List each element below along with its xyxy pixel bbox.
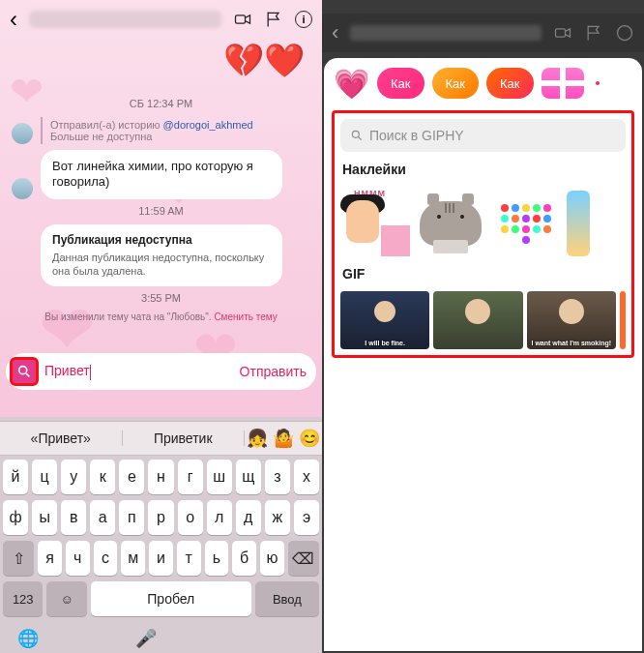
- stickers-heading: Наклейки: [342, 162, 626, 177]
- key-г[interactable]: г: [178, 460, 203, 494]
- red-heart-icon: ❤️: [264, 41, 305, 79]
- video-call-icon[interactable]: [233, 10, 252, 29]
- key-ц[interactable]: ц: [32, 460, 57, 494]
- numbers-key[interactable]: 123: [3, 581, 43, 616]
- gift-pill[interactable]: [542, 68, 584, 99]
- flag-icon[interactable]: [584, 23, 603, 43]
- giphy-panel-highlight: Поиск в GIPHY Наклейки HMMM GIF I will b…: [332, 110, 634, 358]
- timestamp: 11:59 AM: [12, 205, 310, 217]
- suggestion-bar: «Привет» Приветик 👧 🤷 😊: [0, 421, 322, 456]
- key-у[interactable]: у: [61, 460, 86, 494]
- key-к[interactable]: к: [90, 460, 115, 494]
- sticker-item-partial[interactable]: [567, 191, 590, 256]
- svg-rect-3: [556, 29, 566, 37]
- key-д[interactable]: д: [236, 500, 261, 535]
- suggestion[interactable]: «Привет»: [0, 430, 123, 446]
- key-ь[interactable]: ь: [205, 541, 229, 576]
- message-bubble[interactable]: Вот линейка химии, про которую я говорил…: [41, 150, 282, 199]
- key-з[interactable]: з: [265, 460, 290, 494]
- emoji-key[interactable]: ☺: [46, 581, 86, 616]
- key-ю[interactable]: ю: [260, 541, 284, 576]
- unavailable-post-bubble[interactable]: Публикация недоступна Данная публикация …: [41, 224, 282, 287]
- key-с[interactable]: с: [94, 541, 118, 576]
- key-ш[interactable]: ш: [207, 460, 232, 494]
- sticker-row[interactable]: HMMM: [340, 187, 626, 256]
- word-pill[interactable]: Как: [432, 68, 480, 99]
- theme-change-notice: Вы изменили тему чата на "Любовь". Смени…: [12, 312, 310, 322]
- key-б[interactable]: б: [232, 541, 256, 576]
- mention-link[interactable]: @dorogoi_akhmed: [163, 119, 253, 131]
- key-й[interactable]: й: [3, 460, 28, 494]
- sticker-item[interactable]: HMMM: [340, 191, 410, 256]
- giphy-search-input[interactable]: Поиск в GIPHY: [340, 119, 626, 152]
- key-и[interactable]: и: [149, 541, 173, 576]
- sticker-item[interactable]: [416, 191, 485, 256]
- video-call-icon[interactable]: [553, 23, 572, 43]
- svg-point-4: [618, 26, 632, 41]
- sticker-search-button[interactable]: [10, 357, 39, 386]
- search-icon: [16, 364, 32, 379]
- gif-item[interactable]: I want what I'm smoking!: [527, 291, 616, 349]
- shift-key[interactable]: ⇧: [3, 541, 34, 576]
- sticker-item[interactable]: [491, 191, 561, 256]
- key-ч[interactable]: ч: [66, 541, 90, 576]
- avatar[interactable]: [12, 123, 33, 144]
- space-key[interactable]: Пробел: [91, 581, 251, 616]
- back-icon[interactable]: ‹: [332, 20, 338, 45]
- send-button[interactable]: Отправить: [240, 364, 307, 379]
- chat-screen: ❤ ❤ ❤ ❤ ❤ ‹ i 💔 ❤️ СБ 12:34 PM Отправил(…: [0, 0, 322, 653]
- search-icon: [350, 129, 364, 142]
- key-р[interactable]: р: [148, 500, 173, 535]
- heart-pill[interactable]: 💗: [334, 68, 369, 99]
- key-ф[interactable]: ф: [3, 500, 28, 535]
- emoji-suggestions: 👧 🤷 😊: [245, 428, 322, 449]
- timestamp: СБ 12:34 PM: [12, 98, 310, 109]
- key-ж[interactable]: ж: [265, 500, 290, 535]
- word-pill[interactable]: Как: [486, 68, 534, 99]
- status-bar: [322, 0, 644, 14]
- svg-point-5: [352, 131, 359, 137]
- globe-key[interactable]: 🌐: [17, 628, 39, 649]
- mic-key[interactable]: 🎤: [135, 628, 157, 649]
- gif-heading: GIF: [342, 266, 626, 282]
- back-icon[interactable]: ‹: [10, 6, 17, 33]
- key-х[interactable]: х: [294, 460, 319, 494]
- key-л[interactable]: л: [207, 500, 232, 535]
- change-theme-link[interactable]: Сменить тему: [214, 312, 277, 322]
- dot-icon: [596, 81, 600, 85]
- info-icon[interactable]: i: [295, 11, 312, 28]
- backspace-key[interactable]: ⌫: [288, 541, 319, 576]
- key-н[interactable]: н: [148, 460, 173, 494]
- avatar[interactable]: [12, 178, 33, 199]
- key-о[interactable]: о: [178, 500, 203, 535]
- gif-item[interactable]: I will be fine.: [340, 291, 429, 349]
- key-я[interactable]: я: [38, 541, 62, 576]
- key-п[interactable]: п: [119, 500, 144, 535]
- giphy-screen: ‹ 💗 Как Как Как Поиск в GIPHY Наклейки H…: [322, 0, 644, 653]
- story-reply-block[interactable]: Отправил(-а) историю @dorogoi_akhmed Бол…: [41, 117, 253, 144]
- suggestion[interactable]: Приветик: [123, 430, 246, 446]
- animated-word-pills: 💗 Как Как Как: [332, 66, 634, 106]
- key-т[interactable]: т: [177, 541, 201, 576]
- key-в[interactable]: в: [61, 500, 86, 535]
- key-м[interactable]: м: [121, 541, 145, 576]
- chat-title-blurred: [350, 25, 542, 41]
- key-е[interactable]: е: [119, 460, 144, 494]
- info-icon[interactable]: [615, 23, 634, 43]
- message-input[interactable]: Привет: [44, 363, 234, 379]
- gif-item[interactable]: [433, 291, 522, 349]
- key-э[interactable]: э: [294, 500, 319, 535]
- chat-title-blurred[interactable]: [29, 11, 221, 28]
- gif-item-partial[interactable]: [620, 291, 626, 349]
- flag-icon[interactable]: [264, 10, 283, 29]
- word-pill[interactable]: Как: [377, 68, 424, 99]
- gif-row[interactable]: I will be fine. I want what I'm smoking!: [340, 291, 626, 349]
- giphy-sheet: 💗 Как Как Как Поиск в GIPHY Наклейки HMM…: [324, 58, 642, 651]
- enter-key[interactable]: Ввод: [255, 581, 319, 616]
- message-input-bar: Привет Отправить: [6, 353, 316, 390]
- key-а[interactable]: а: [90, 500, 115, 535]
- key-щ[interactable]: щ: [236, 460, 261, 494]
- chat-body: СБ 12:34 PM Отправил(-а) историю @dorogo…: [0, 39, 322, 322]
- message-row: Публикация недоступна Данная публикация …: [41, 224, 310, 287]
- key-ы[interactable]: ы: [32, 500, 57, 535]
